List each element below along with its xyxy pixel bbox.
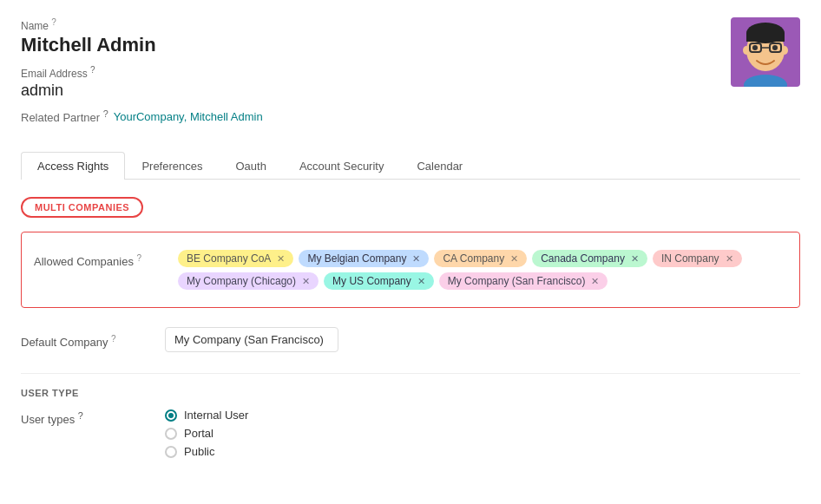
- user-type-title: USER TYPE: [21, 388, 800, 398]
- allowed-companies-label: Allowed Companies ?: [34, 250, 164, 268]
- tab-preferences[interactable]: Preferences: [125, 152, 219, 180]
- tab-account-security[interactable]: Account Security: [283, 152, 401, 180]
- header-left: Name ? Mitchell Admin Email Address ? ad…: [21, 17, 731, 138]
- tab-oauth[interactable]: Oauth: [219, 152, 282, 180]
- user-types-label: User types ?: [21, 409, 151, 426]
- avatar: [731, 17, 800, 87]
- companies-box: Allowed Companies ? BE Company CoA ✕ My …: [21, 232, 800, 308]
- allowed-companies-row: Allowed Companies ? BE Company CoA ✕ My …: [34, 243, 787, 297]
- remove-belgian-company[interactable]: ✕: [412, 253, 420, 265]
- section-divider: [21, 373, 800, 374]
- multi-companies-section: MULTI COMPANIES Allowed Companies ? BE C…: [21, 197, 800, 359]
- remove-in-company[interactable]: ✕: [726, 253, 733, 265]
- remove-ca-company[interactable]: ✕: [510, 253, 518, 265]
- email-label: Email Address ?: [21, 65, 731, 80]
- related-partner-row: Related Partner ? YourCompany, Mitchell …: [21, 108, 731, 124]
- remove-us-company[interactable]: ✕: [417, 276, 425, 287]
- svg-rect-3: [746, 33, 785, 42]
- radio-portal-circle[interactable]: [165, 428, 177, 440]
- related-partner-label: Related Partner ?: [21, 108, 108, 124]
- name-value: Mitchell Admin: [21, 34, 731, 56]
- tabs-bar: Access Rights Preferences Oauth Account …: [21, 152, 800, 180]
- tags-container: BE Company CoA ✕ My Belgian Company ✕ CA…: [178, 250, 787, 290]
- name-label: Name ?: [21, 17, 731, 32]
- company-tag-be[interactable]: BE Company CoA ✕: [178, 250, 293, 267]
- remove-sf-company[interactable]: ✕: [591, 276, 599, 287]
- remove-canada-company[interactable]: ✕: [631, 253, 639, 265]
- company-tag-us[interactable]: My US Company ✕: [324, 272, 434, 290]
- page-container: Name ? Mitchell Admin Email Address ? ad…: [0, 0, 821, 475]
- radio-internal-circle[interactable]: [165, 409, 177, 422]
- default-company-label: Default Company ?: [21, 331, 151, 349]
- svg-point-4: [743, 46, 750, 55]
- default-company-row: Default Company ? My Company (San Franci…: [21, 320, 800, 359]
- radio-portal-label: Portal: [184, 427, 213, 440]
- svg-point-9: [752, 45, 758, 50]
- company-tag-ca[interactable]: CA Company ✕: [434, 250, 527, 267]
- radio-public-circle[interactable]: [165, 446, 177, 458]
- header-section: Name ? Mitchell Admin Email Address ? ad…: [21, 17, 800, 138]
- user-type-fields-row: User types ? Internal User Portal Public: [21, 409, 800, 458]
- radio-public-label: Public: [184, 445, 214, 458]
- user-type-section: USER TYPE User types ? Internal User Por…: [21, 388, 800, 458]
- remove-chicago-company[interactable]: ✕: [302, 276, 310, 287]
- remove-be-company[interactable]: ✕: [277, 253, 285, 265]
- company-tag-chicago[interactable]: My Company (Chicago) ✕: [178, 272, 319, 290]
- tab-access-rights[interactable]: Access Rights: [21, 152, 125, 180]
- default-company-value[interactable]: My Company (San Francisco): [165, 327, 338, 352]
- svg-point-10: [772, 45, 778, 50]
- radio-internal-user[interactable]: Internal User: [165, 409, 248, 422]
- radio-public[interactable]: Public: [165, 445, 248, 458]
- company-tag-canada[interactable]: Canada Company ✕: [532, 250, 647, 267]
- company-tag-in[interactable]: IN Company ✕: [653, 250, 742, 267]
- related-partner-link[interactable]: YourCompany, Mitchell Admin: [114, 110, 263, 123]
- email-value: admin: [21, 82, 731, 100]
- multi-companies-header: MULTI COMPANIES: [21, 197, 143, 218]
- radio-portal[interactable]: Portal: [165, 427, 248, 440]
- company-tag-sf[interactable]: My Company (San Francisco) ✕: [439, 272, 608, 290]
- tab-calendar[interactable]: Calendar: [400, 152, 479, 180]
- svg-point-5: [781, 46, 788, 55]
- user-type-radio-group: Internal User Portal Public: [165, 409, 248, 458]
- radio-internal-label: Internal User: [184, 409, 248, 422]
- multi-companies-title: MULTI COMPANIES: [35, 202, 129, 213]
- company-tag-belgian[interactable]: My Belgian Company ✕: [299, 250, 429, 267]
